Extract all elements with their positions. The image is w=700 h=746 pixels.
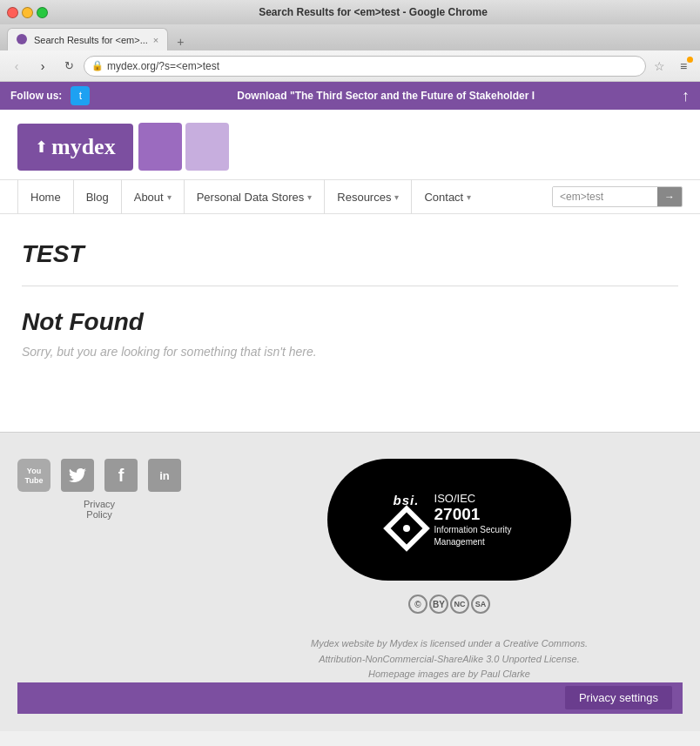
footer-license-text-area: Mydex website by Mydex is licensed under…	[311, 636, 588, 682]
bsi-badge: bsi. ISO/IEC 27001 Information SecurityM…	[327, 459, 571, 581]
tab-bar: Search Results for <em>... × +	[0, 24, 700, 50]
download-label: Download	[237, 90, 286, 102]
active-tab[interactable]: Search Results for <em>... ×	[7, 28, 168, 50]
bsi-description-text: Information SecurityManagement	[434, 524, 512, 548]
contact-chevron-icon: ▾	[467, 192, 471, 202]
logo-area: ⬆ mydex	[0, 110, 700, 179]
nav-item-home[interactable]: Home	[17, 179, 73, 214]
website-content: ⬆ mydex Home Blog About ▾ Per	[0, 110, 700, 731]
not-found-heading: Not Found	[22, 308, 678, 336]
maximize-window-button[interactable]	[37, 7, 48, 18]
logo-container: ⬆ mydex	[17, 123, 229, 171]
footer-bottom-bar: Privacy settings	[17, 682, 683, 714]
license-text-2: Attribution-NonCommercial-ShareAlike 3.0…	[311, 652, 588, 668]
linkedin-in-text: in	[159, 469, 170, 482]
logo-shape-1	[138, 123, 182, 171]
tab-label: Search Results for <em>...	[34, 35, 148, 45]
search-term-title: TEST	[22, 240, 678, 268]
address-bar[interactable]: 🔒 mydex.org/?s=<em>test	[84, 56, 646, 77]
youtube-icon[interactable]: You Tube	[17, 459, 50, 492]
bsi-shield-icon	[387, 509, 426, 548]
youtube-you-text: You	[27, 467, 41, 475]
nav-menu: Home Blog About ▾ Personal Data Stores ▾…	[0, 179, 700, 214]
nav-item-resources[interactable]: Resources ▾	[324, 179, 411, 214]
search-input[interactable]	[553, 187, 657, 206]
nav-about-label: About	[134, 191, 164, 204]
bsi-iso-text: ISO/IEC	[434, 492, 512, 505]
back-button[interactable]: ‹	[5, 55, 28, 77]
bookmark-button[interactable]: ☆	[650, 57, 669, 76]
youtube-tube-text: Tube	[25, 476, 44, 485]
main-content: TEST Not Found Sorry, but you are lookin…	[0, 214, 700, 432]
personal-data-chevron-icon: ▾	[307, 192, 312, 202]
privacy-settings-button[interactable]: Privacy settings	[565, 686, 672, 709]
footer-content: You Tube f	[17, 459, 683, 682]
logo-shape-2	[185, 123, 229, 171]
nav-resources-label: Resources	[337, 191, 391, 204]
window-title: Search Results for <em>test - Google Chr…	[53, 6, 693, 18]
nav-contact-label: Contact	[424, 191, 463, 204]
twitter-bird-icon	[69, 468, 86, 482]
bsi-number-text: 27001	[434, 505, 512, 524]
logo-main[interactable]: ⬆ mydex	[17, 124, 133, 171]
footer-right: bsi. ISO/IEC 27001 Information SecurityM…	[216, 459, 683, 682]
resources-chevron-icon: ▾	[394, 192, 399, 202]
sa-icon: SA	[471, 595, 490, 614]
nav-personal-data-label: Personal Data Stores	[197, 191, 305, 204]
close-window-button[interactable]	[7, 7, 18, 18]
nav-blog-label: Blog	[86, 191, 109, 204]
privacy-policy-text: PrivacyPolicy	[84, 499, 115, 520]
bsi-right-text: ISO/IEC 27001 Information SecurityManage…	[434, 492, 512, 548]
nav-item-about[interactable]: About ▾	[121, 179, 184, 214]
download-link[interactable]: "The Third Sector and the Future of Stak…	[290, 90, 535, 102]
logo-text: mydex	[51, 134, 116, 160]
license-text-1: Mydex website by Mydex is licensed under…	[311, 636, 588, 652]
forward-button[interactable]: ›	[31, 55, 54, 77]
diamond-dot	[403, 525, 410, 532]
logo-shapes	[138, 123, 229, 171]
facebook-icon[interactable]: f	[104, 459, 138, 492]
bsi-icon-side: bsi.	[387, 493, 426, 548]
follow-label: Follow us:	[10, 90, 62, 102]
search-box[interactable]: →	[552, 186, 683, 207]
banner-arrow-icon: ↑	[682, 87, 690, 105]
footer: You Tube f	[0, 432, 700, 731]
footer-left: You Tube f	[17, 459, 181, 520]
nav-item-contact[interactable]: Contact ▾	[411, 179, 483, 214]
twitter-icon[interactable]	[61, 459, 94, 492]
not-found-message: Sorry, but you are looking for something…	[22, 345, 678, 359]
cc-icons: © BY NC SA	[408, 595, 490, 614]
promo-banner: Follow us: t Download "The Third Sector …	[0, 82, 700, 110]
minimize-window-button[interactable]	[22, 7, 33, 18]
about-chevron-icon: ▾	[167, 192, 172, 202]
nav-item-blog[interactable]: Blog	[73, 179, 121, 214]
menu-badge	[687, 57, 693, 63]
chrome-menu-button[interactable]: ≡	[672, 55, 695, 77]
by-icon: BY	[429, 595, 448, 614]
nav-home-label: Home	[30, 191, 61, 204]
facebook-f-letter: f	[118, 466, 125, 486]
nav-item-personal-data[interactable]: Personal Data Stores ▾	[184, 179, 325, 214]
tab-close-button[interactable]: ×	[153, 35, 158, 45]
cc-icon: ©	[408, 595, 427, 614]
download-banner-text: Download "The Third Sector and the Futur…	[98, 90, 673, 102]
title-bar: Search Results for <em>test - Google Chr…	[0, 0, 700, 24]
url-text: mydex.org/?s=<em>test	[107, 60, 638, 72]
browser-nav-bar: ‹ › ↻ 🔒 mydex.org/?s=<em>test ☆ ≡	[0, 50, 700, 82]
search-submit-button[interactable]: →	[657, 187, 682, 206]
content-divider	[22, 286, 678, 286]
privacy-policy-link[interactable]: PrivacyPolicy	[84, 499, 115, 520]
window-controls	[7, 7, 48, 18]
twitter-icon-letter: t	[79, 90, 82, 102]
twitter-follow-icon[interactable]: t	[71, 86, 90, 105]
linkedin-icon[interactable]: in	[148, 459, 181, 492]
reload-button[interactable]: ↻	[57, 55, 80, 77]
nc-icon: NC	[450, 595, 469, 614]
license-text-3: Homepage images are by Paul Clarke	[311, 667, 588, 682]
chrome-window: Search Results for <em>test - Google Chr…	[0, 0, 700, 731]
social-icons: You Tube f	[17, 459, 181, 492]
tab-favicon	[17, 34, 29, 46]
security-lock-icon: 🔒	[91, 60, 104, 71]
logo-arrow-icon: ⬆	[35, 138, 48, 157]
new-tab-button[interactable]: +	[172, 33, 189, 50]
